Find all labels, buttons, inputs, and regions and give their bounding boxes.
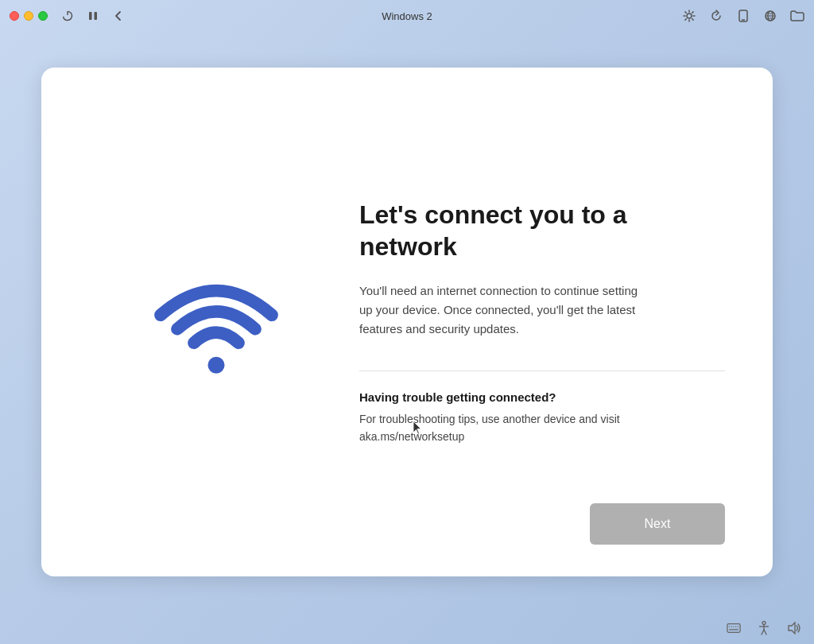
svg-line-31 <box>762 630 764 634</box>
page-description: You'll need an internet connection to co… <box>359 281 645 339</box>
main-area: Let's connect you to a network You'll ne… <box>0 32 814 612</box>
pause-icon[interactable] <box>86 9 100 23</box>
traffic-lights <box>10 11 48 21</box>
phone-icon[interactable] <box>736 9 750 23</box>
maximize-button[interactable] <box>38 11 48 21</box>
svg-line-12 <box>692 12 693 13</box>
illustration-area <box>89 266 343 378</box>
window-title: Windows 2 <box>382 10 432 22</box>
trouble-description: For troubleshooting tips, use another de… <box>359 410 630 446</box>
keyboard-icon[interactable] <box>727 621 741 635</box>
svg-line-10 <box>692 19 693 20</box>
back-icon[interactable] <box>111 9 126 23</box>
globe-icon[interactable] <box>763 9 777 23</box>
titlebar: Windows 2 <box>0 0 814 32</box>
svg-rect-21 <box>727 624 740 633</box>
divider <box>359 370 725 371</box>
svg-marker-33 <box>789 623 795 634</box>
svg-line-11 <box>685 19 686 20</box>
wifi-illustration <box>145 266 288 378</box>
setup-card: Let's connect you to a network You'll ne… <box>41 68 773 576</box>
page-heading: Let's connect you to a network <box>359 199 725 262</box>
volume-icon[interactable] <box>787 621 801 635</box>
next-button[interactable]: Next <box>590 503 725 545</box>
bottom-bar <box>0 612 814 644</box>
svg-line-9 <box>685 12 686 13</box>
accessibility-icon[interactable] <box>757 621 771 635</box>
folder-icon[interactable] <box>790 9 804 23</box>
power-icon[interactable] <box>60 9 75 23</box>
minimize-button[interactable] <box>24 11 33 21</box>
svg-point-28 <box>762 622 766 625</box>
trouble-heading: Having trouble getting connected? <box>359 390 725 404</box>
svg-point-4 <box>687 14 692 18</box>
svg-point-20 <box>208 357 225 374</box>
svg-line-32 <box>764 630 766 634</box>
titlebar-controls <box>60 9 126 23</box>
content-area: Let's connect you to a network You'll ne… <box>343 199 725 446</box>
close-button[interactable] <box>10 11 19 21</box>
button-area: Next <box>590 503 725 545</box>
svg-rect-2 <box>89 12 92 20</box>
rotate-icon[interactable] <box>709 9 723 23</box>
titlebar-right-icons <box>682 9 804 23</box>
brightness-icon[interactable] <box>682 9 696 23</box>
svg-rect-3 <box>95 12 98 20</box>
